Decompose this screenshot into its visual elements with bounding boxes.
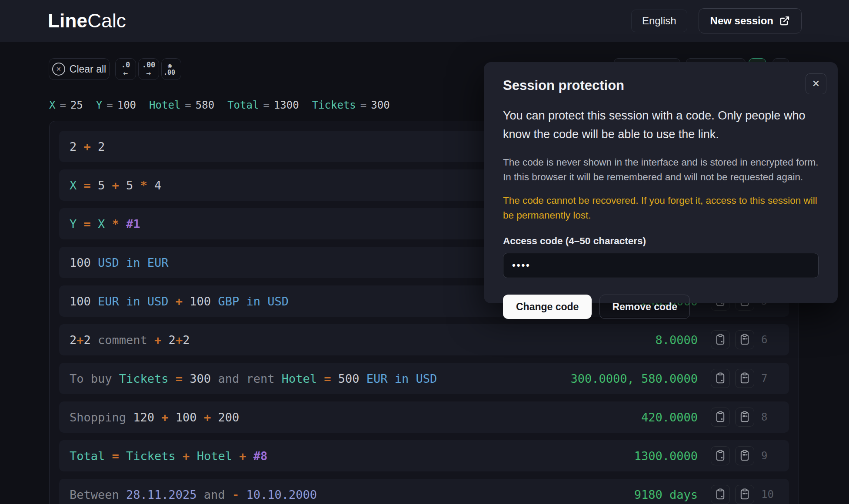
variable-chip: Y=100 — [96, 99, 136, 111]
variable-chip: Hotel=580 — [149, 99, 214, 111]
token-n: 2 — [98, 140, 105, 153]
change-code-button[interactable]: Change code — [503, 295, 592, 319]
token-n: 100 — [176, 411, 204, 424]
token-d: 28.11.2025 — [126, 488, 204, 501]
token-n: 300 — [190, 372, 218, 385]
expression: To buy Tickets = 300 and rent Hotel = 50… — [70, 372, 570, 385]
token-o: * — [112, 217, 127, 231]
new-session-button[interactable]: New session — [699, 8, 802, 33]
language-button[interactable]: English — [631, 10, 687, 32]
clear-all-button[interactable]: ✕ Clear all — [49, 58, 110, 80]
token-c: Between — [70, 488, 126, 501]
calc-line-row[interactable]: To buy Tickets = 300 and rent Hotel = 50… — [59, 363, 789, 394]
clipboard-icon — [714, 333, 727, 347]
token-o: = — [176, 372, 190, 385]
token-n: 200 — [218, 411, 239, 424]
token-k: EUR in USD — [366, 372, 437, 385]
close-icon[interactable]: ✕ — [806, 73, 826, 94]
token-c: and — [204, 488, 232, 501]
calc-line-row[interactable]: Total = Tickets + Hotel + #8 1300.0000 9 — [59, 440, 789, 471]
modal-note-text: The code is never shown in the interface… — [503, 155, 819, 185]
token-k: USD in EUR — [98, 256, 169, 269]
calc-line-row[interactable]: 2+2 comment + 2+2 8.0000 6 — [59, 324, 789, 355]
line-number: 9 — [761, 450, 779, 462]
copy-formatted-button[interactable] — [735, 369, 754, 388]
remove-code-button[interactable]: Remove code — [599, 295, 690, 319]
token-d: 10.10.2000 — [246, 488, 317, 501]
token-o: + — [161, 411, 176, 424]
modal-title: Session protection — [503, 78, 819, 93]
variable-chip: Tickets=300 — [312, 99, 390, 111]
clipboard-filled-icon — [738, 410, 751, 424]
token-o: + — [176, 295, 190, 308]
token-o: * — [140, 179, 155, 192]
access-code-label: Access code (4–50 characters) — [503, 235, 819, 247]
calc-line-row[interactable]: Shopping 120 + 100 + 200 420.0000 8 — [59, 401, 789, 433]
increase-decimals-button[interactable]: .00 → — [138, 58, 159, 80]
clipboard-filled-icon — [738, 487, 751, 502]
token-r: #8 — [253, 449, 268, 463]
result-value: 8.0000 — [655, 333, 698, 347]
copy-formatted-button[interactable] — [735, 408, 754, 427]
token-c: Shopping — [70, 411, 133, 424]
token-o: - — [232, 488, 246, 501]
copy-formatted-button[interactable] — [735, 485, 754, 504]
variable-value: 300 — [371, 99, 390, 111]
token-k: GBP in USD — [218, 295, 289, 308]
token-o: + — [204, 411, 218, 424]
token-v: Y — [70, 217, 84, 231]
token-n: 2 — [169, 333, 176, 347]
equals-sign: = — [259, 99, 273, 111]
line-number: 6 — [761, 334, 779, 346]
copy-result-button[interactable] — [711, 330, 730, 349]
top-bar: LineCalc English New session — [0, 0, 849, 42]
toggle-decimals-button[interactable]: ◉ .00 — [161, 58, 181, 80]
variable-value: 25 — [70, 99, 83, 111]
result-value: 300.0000, 580.0000 — [570, 372, 698, 385]
expression: 2+2 comment + 2+2 — [70, 333, 655, 347]
token-o: + — [84, 140, 98, 153]
equals-sign: = — [180, 99, 195, 111]
expression: Total = Tickets + Hotel + #8 — [70, 449, 634, 463]
access-code-input[interactable] — [503, 253, 819, 278]
eye-icon: ◉ — [168, 63, 172, 69]
token-k: EUR in USD — [98, 295, 176, 308]
calc-line-row[interactable]: Between 28.11.2025 and - 10.10.2000 9180… — [59, 479, 789, 504]
token-o: + — [183, 449, 197, 463]
token-v: Hotel — [197, 449, 240, 463]
token-r: #1 — [126, 217, 140, 231]
token-c: comment — [98, 333, 154, 347]
variable-value: 1300 — [274, 99, 299, 111]
copy-result-button[interactable] — [711, 485, 730, 504]
increase-decimals-label: .00 — [142, 61, 156, 69]
variable-name: Total — [227, 99, 259, 111]
clear-all-label: Clear all — [70, 63, 106, 75]
copy-result-button[interactable] — [711, 369, 730, 388]
variable-name: X — [49, 99, 55, 111]
copy-result-button[interactable] — [711, 408, 730, 427]
result-value: 420.0000 — [641, 411, 698, 424]
linecalc-app: LineCalc English New session ✕ Clear all… — [0, 0, 849, 504]
copy-formatted-button[interactable] — [735, 330, 754, 349]
variable-name: Tickets — [312, 99, 356, 111]
variables-bar: X=25Y=100Hotel=580Total=1300Tickets=300 — [49, 99, 390, 111]
arrow-left-icon: ← — [123, 69, 128, 77]
token-v: Total — [70, 449, 112, 463]
token-v: Tickets — [126, 449, 183, 463]
clipboard-filled-icon — [738, 333, 751, 347]
token-o: + — [154, 333, 169, 347]
token-n: 2 — [84, 333, 98, 347]
clipboard-icon — [714, 410, 727, 424]
clipboard-icon — [714, 371, 727, 386]
decrease-decimals-button[interactable]: .0 ← — [115, 58, 136, 80]
token-n: 2 — [70, 333, 77, 347]
copy-formatted-button[interactable] — [735, 446, 754, 465]
copy-result-button[interactable] — [711, 446, 730, 465]
app-logo: LineCalc — [48, 10, 126, 32]
expression: Between 28.11.2025 and - 10.10.2000 — [70, 488, 634, 501]
variable-chip: X=25 — [49, 99, 83, 111]
token-c: To buy — [70, 372, 119, 385]
equals-sign: = — [55, 99, 70, 111]
expression: Shopping 120 + 100 + 200 — [70, 411, 641, 424]
token-o: = — [84, 179, 98, 192]
